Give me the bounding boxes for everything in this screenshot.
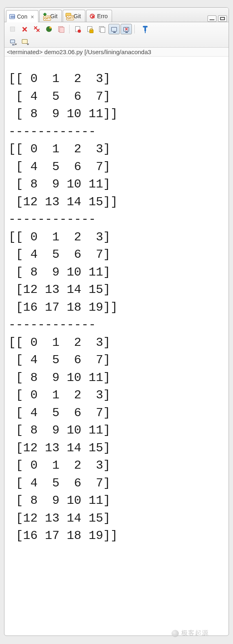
remove-xx-icon	[34, 26, 40, 32]
view-tabbar: Con ✕ GIT Git GIT Git Erro	[4, 8, 229, 22]
toolbar-separator	[69, 25, 70, 34]
env-icon	[46, 26, 52, 32]
env-button[interactable]	[43, 24, 55, 34]
tab-console[interactable]: Con ✕	[6, 10, 38, 22]
tab-git-staging[interactable]: GIT Git	[39, 10, 62, 22]
error-log-icon	[89, 13, 95, 19]
chevron-down-icon	[27, 44, 29, 45]
watermark-icon	[172, 630, 179, 637]
watermark-text: 极客起源	[181, 629, 209, 638]
monitor-icon	[111, 27, 117, 32]
tab-label: Git	[74, 13, 81, 19]
remove-all-button[interactable]	[31, 24, 42, 34]
maximize-view-button[interactable]	[218, 15, 227, 22]
docs-pink-icon	[58, 26, 64, 32]
tab-label: Git	[50, 13, 57, 19]
console-output[interactable]: [[ 0 1 2 3] [ 4 5 6 7] [ 8 9 10 11]] ---…	[4, 69, 229, 623]
minimize-view-button[interactable]	[208, 15, 216, 22]
open-console-button[interactable]	[19, 36, 30, 46]
terminate-button[interactable]	[7, 24, 18, 34]
stop-icon	[10, 27, 15, 32]
launch-status-line: <terminated> demo23.06.py [/Users/lining…	[4, 48, 229, 57]
doc-lock-icon	[87, 26, 92, 32]
chevron-down-icon	[15, 44, 17, 45]
show-stdout-button[interactable]	[108, 24, 120, 34]
remove-launch-button[interactable]	[19, 24, 30, 34]
clear-console-button[interactable]	[72, 24, 83, 34]
tab-error-log[interactable]: Erro	[86, 10, 112, 22]
console-toolbar	[4, 22, 229, 48]
monitor-small-icon	[10, 40, 15, 43]
tab-label: Con	[17, 13, 28, 20]
scroll-lock-button[interactable]	[84, 24, 95, 34]
doc-red-icon	[75, 26, 80, 32]
tab-label: Erro	[97, 13, 108, 19]
docs-icon	[99, 26, 105, 32]
close-icon[interactable]: ✕	[31, 13, 34, 20]
remove-x-icon	[21, 26, 28, 32]
watermark: 极客起源	[172, 629, 209, 638]
pin-icon	[144, 27, 146, 31]
show-stderr-button[interactable]	[121, 24, 132, 34]
clone-console-button[interactable]	[55, 24, 67, 34]
display-selected-button[interactable]	[7, 36, 18, 46]
git-staging-icon: GIT	[42, 13, 49, 19]
new-console-icon	[22, 39, 28, 44]
tab-git-repositories[interactable]: GIT Git	[63, 10, 85, 22]
show-console-button[interactable]	[96, 24, 108, 34]
monitor-x-icon	[123, 27, 129, 32]
pin-console-button[interactable]	[137, 24, 148, 34]
git-repo-icon: GIT	[66, 13, 72, 19]
console-view: Con ✕ GIT Git GIT Git Erro	[4, 7, 229, 636]
console-icon	[9, 13, 15, 20]
toolbar-separator	[134, 25, 135, 34]
